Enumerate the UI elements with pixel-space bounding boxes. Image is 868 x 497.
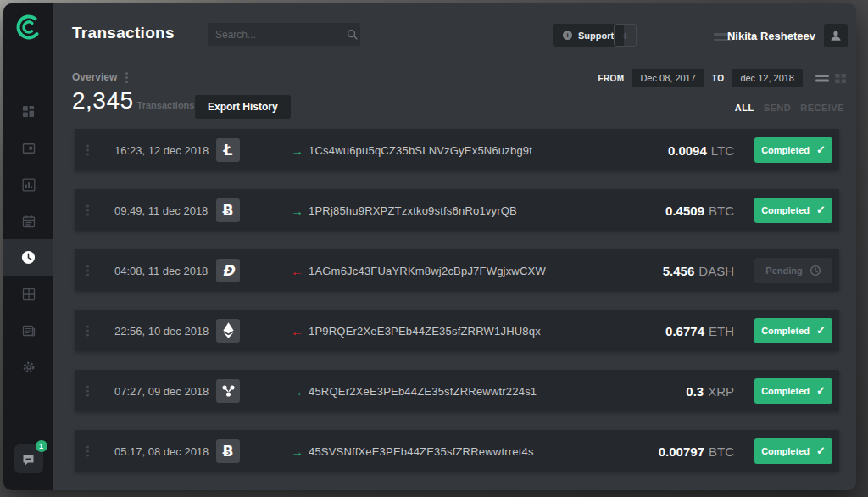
sidebar-item-dashboard[interactable] — [3, 93, 53, 130]
transaction-amount: 0.00797BTC — [659, 444, 734, 458]
app-window: 1 Transactions i Support + Nikita Reshet… — [3, 3, 856, 490]
from-label: FROM — [598, 74, 624, 83]
row-menu-icon[interactable] — [86, 144, 89, 155]
bitcoin-icon: Ƀ — [216, 439, 240, 463]
transaction-row[interactable]: 05:17, 08 dec 2018 Ƀ → 45SVSNffXeE3PEb44… — [75, 430, 839, 472]
ripple-icon — [216, 379, 240, 403]
dash-icon: Ð — [216, 259, 240, 282]
sidebar-nav — [3, 93, 53, 385]
transaction-row[interactable]: 07:27, 09 dec 2018 → 45RQEr2XeE3PEb44ZE3… — [75, 370, 839, 411]
news-icon — [22, 324, 36, 338]
grid-view-icon[interactable] — [835, 74, 846, 83]
from-date-picker[interactable]: Dec 08, 2017 — [632, 69, 704, 87]
sidebar-item-wallet[interactable] — [3, 130, 53, 166]
transaction-time: 04:08, 11 dec 2018 — [114, 264, 208, 276]
list-view-icon[interactable] — [815, 74, 829, 83]
transaction-row[interactable]: 16:23, 12 dec 2018 Ł → 1Cs4wu6pu5qCZ35bS… — [75, 129, 839, 170]
info-icon: i — [563, 31, 572, 40]
transaction-amount: 0.0094LTC — [668, 142, 734, 157]
transaction-address: 1Cs4wu6pu5qCZ35bSLNVzGyEx5N6uzbg9t — [309, 143, 532, 156]
status-label: Completed — [761, 326, 810, 336]
sidebar-item-history[interactable] — [3, 239, 53, 276]
status-label: Completed — [761, 386, 810, 396]
calculator-icon — [22, 288, 36, 301]
status-button[interactable]: Completed ✓ — [754, 198, 832, 223]
avatar[interactable] — [824, 24, 848, 47]
pending-clock-icon — [810, 265, 821, 276]
transactions-count-label: Transactions — [137, 100, 195, 110]
transaction-row[interactable]: 04:08, 11 dec 2018 Ð ← 1AGm6Jc43FUaYRKm8… — [75, 249, 839, 291]
overview-label: Overview — [72, 71, 117, 83]
row-menu-icon[interactable] — [86, 265, 89, 276]
status-button[interactable]: Completed ✓ — [754, 318, 832, 343]
direction-arrow-icon: → — [291, 142, 303, 157]
transaction-address: 45RQEr2XeE3PEb44ZE35sfZRRewwtr224s1 — [309, 384, 537, 397]
sidebar-item-settings[interactable] — [3, 349, 53, 385]
transaction-row[interactable]: 09:49, 11 dec 2018 Ƀ → 1PRj85hu9RXPZTzxt… — [75, 189, 839, 231]
wallet-icon — [22, 142, 36, 155]
filter-tab-all[interactable]: ALL — [735, 103, 754, 113]
transaction-amount: 0.4509BTC — [665, 203, 734, 217]
check-icon: ✓ — [816, 324, 826, 337]
transactions-count: 2,345 — [72, 87, 134, 114]
transaction-address: 1PRj85hu9RXPZTzxtko9stfs6nRo1vyrQB — [309, 204, 517, 216]
status-label: Completed — [761, 446, 810, 456]
status-button[interactable]: Completed ✓ — [754, 137, 832, 163]
add-button[interactable]: + — [614, 24, 637, 47]
status-button[interactable]: Completed ✓ — [754, 378, 832, 404]
transaction-address: 1AGm6Jc43FUaYRKm8wj2cBpJ7FWgjxwCXW — [309, 264, 546, 276]
transaction-row[interactable]: 22:56, 10 dec 2018 ← 1P9RQEr2XeE3PEb44ZE… — [75, 310, 839, 351]
chat-button[interactable]: 1 — [14, 444, 43, 473]
row-menu-icon[interactable] — [86, 445, 89, 456]
page-title: Transactions — [72, 24, 175, 42]
check-icon: ✓ — [816, 204, 826, 216]
clock-icon — [21, 250, 36, 265]
support-label: Support — [578, 31, 614, 41]
transactions-summary: 2,345 Transactions — [72, 87, 194, 114]
status-label: Pending — [765, 265, 802, 276]
transactions-list: 16:23, 12 dec 2018 Ł → 1Cs4wu6pu5qCZ35bS… — [75, 129, 839, 490]
overview-menu-icon[interactable] — [125, 72, 128, 83]
row-menu-icon[interactable] — [86, 325, 89, 336]
filter-tabs: ALLSENDRECEIVE — [735, 103, 844, 113]
sidebar: 1 — [3, 3, 53, 490]
transaction-amount: 0.6774ETH — [665, 323, 734, 338]
chat-badge: 1 — [36, 440, 47, 452]
status-label: Completed — [761, 205, 810, 215]
row-menu-icon[interactable] — [86, 385, 89, 396]
plus-icon: + — [621, 28, 629, 42]
filter-tab-receive[interactable]: RECEIVE — [800, 103, 844, 113]
direction-arrow-icon: → — [291, 444, 303, 458]
to-label: TO — [712, 74, 725, 83]
transaction-time: 05:17, 08 dec 2018 — [114, 444, 209, 457]
transaction-address: 45SVSNffXeE3PEb44ZE35sfZRRewwtrret4s — [309, 444, 534, 457]
ethereum-icon — [216, 319, 240, 343]
sidebar-item-charts[interactable] — [3, 166, 53, 203]
litecoin-icon: Ł — [216, 138, 240, 162]
search-box — [208, 23, 360, 46]
check-icon: ✓ — [816, 444, 826, 457]
chart-icon — [22, 178, 36, 192]
sidebar-item-calendar[interactable] — [3, 203, 53, 239]
sidebar-item-news[interactable] — [3, 312, 53, 349]
chat-icon — [21, 452, 36, 466]
gear-icon — [22, 360, 36, 374]
sidebar-item-calculator[interactable] — [3, 276, 53, 312]
filter-tab-send[interactable]: SEND — [764, 103, 792, 113]
check-icon: ✓ — [816, 143, 826, 156]
transaction-time: 09:49, 11 dec 2018 — [114, 204, 208, 216]
row-menu-icon[interactable] — [86, 204, 89, 215]
transaction-amount: 5.456DASH — [663, 263, 734, 277]
transaction-time: 22:56, 10 dec 2018 — [114, 324, 209, 337]
brand-logo-icon[interactable] — [14, 13, 43, 42]
calendar-icon — [22, 215, 36, 228]
bitcoin-icon: Ƀ — [216, 198, 240, 222]
search-input[interactable] — [215, 29, 347, 41]
transaction-amount: 0.3XRP — [686, 383, 734, 398]
transaction-address: 1P9RQEr2XeE3PEb44ZE35sfZRRW1JHU8qx — [309, 324, 541, 337]
to-date-picker[interactable]: dec 12, 2018 — [732, 69, 803, 87]
status-button[interactable]: Completed ✓ — [754, 438, 832, 464]
export-history-button[interactable]: Export History — [195, 95, 291, 119]
status-button[interactable]: Pending — [754, 258, 832, 283]
status-label: Completed — [761, 145, 810, 155]
